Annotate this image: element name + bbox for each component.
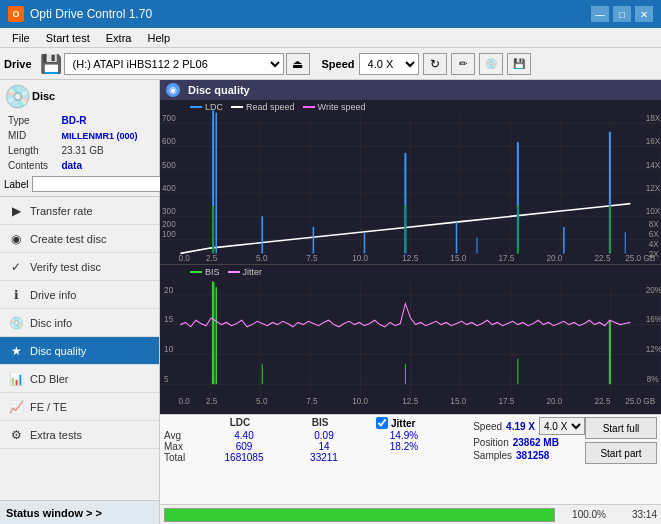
legend-jitter: Jitter <box>228 267 263 277</box>
label-input[interactable] <box>32 176 165 192</box>
cd-bler-icon: 📊 <box>8 371 24 387</box>
eject-button[interactable]: ⏏ <box>286 53 310 75</box>
svg-text:18X: 18X <box>646 113 661 123</box>
jitter-checkbox[interactable] <box>376 417 388 429</box>
cd-bler-label: CD Bler <box>30 373 69 385</box>
menu-file[interactable]: File <box>4 28 38 47</box>
chart-title-bar: ◉ Disc quality <box>160 80 661 100</box>
contents-value: data <box>59 159 153 172</box>
type-value: BD-R <box>59 114 153 127</box>
type-label: Type <box>6 114 57 127</box>
sidebar-item-transfer-rate[interactable]: ▶ Transfer rate <box>0 197 159 225</box>
save-button[interactable]: 💾 <box>507 53 531 75</box>
progress-bar <box>164 508 555 522</box>
titlebar: O Opti Drive Control 1.70 — □ ✕ <box>0 0 661 28</box>
bis-header: BIS <box>280 417 360 429</box>
sidebar-item-create-test-disc[interactable]: ◉ Create test disc <box>0 225 159 253</box>
extra-tests-label: Extra tests <box>30 429 82 441</box>
svg-text:8%: 8% <box>647 374 659 384</box>
status-window[interactable]: Status window > > <box>0 500 159 524</box>
sidebar-item-disc-quality[interactable]: ★ Disc quality <box>0 337 159 365</box>
bis-legend-dot <box>190 271 202 273</box>
avg-ldc: 4.40 <box>204 430 284 441</box>
svg-text:600: 600 <box>162 136 176 146</box>
drive-info-icon: ℹ <box>8 287 24 303</box>
jitter-header: Jitter <box>391 418 415 429</box>
menu-extra[interactable]: Extra <box>98 28 140 47</box>
avg-label: Avg <box>164 430 204 441</box>
transfer-rate-icon: ▶ <box>8 203 24 219</box>
status-window-label: Status window > > <box>6 507 102 519</box>
svg-text:2.5: 2.5 <box>206 253 218 263</box>
sidebar-item-verify-test-disc[interactable]: ✓ Verify test disc <box>0 253 159 281</box>
read-speed-legend-label: Read speed <box>246 102 295 112</box>
drive-info-label: Drive info <box>30 289 76 301</box>
svg-text:25.0 GB: 25.0 GB <box>625 253 655 263</box>
svg-text:10.0: 10.0 <box>352 396 368 406</box>
disc-info-icon: 💿 <box>8 315 24 331</box>
disc-quality-icon: ★ <box>8 343 24 359</box>
svg-text:200: 200 <box>162 219 176 229</box>
svg-text:100: 100 <box>162 229 176 239</box>
svg-text:8X: 8X <box>649 219 659 229</box>
verify-test-disc-icon: ✓ <box>8 259 24 275</box>
max-row: Max 609 14 18.2% <box>164 441 465 452</box>
fe-te-icon: 📈 <box>8 399 24 415</box>
close-button[interactable]: ✕ <box>635 6 653 22</box>
start-part-button[interactable]: Start part <box>585 442 657 464</box>
write-button[interactable]: ✏ <box>451 53 475 75</box>
sidebar-item-disc-info[interactable]: 💿 Disc info <box>0 309 159 337</box>
svg-text:25.0 GB: 25.0 GB <box>625 396 655 406</box>
total-row: Total 1681085 33211 <box>164 452 465 463</box>
disc-info-label: Disc info <box>30 317 72 329</box>
speed-result-select[interactable]: 4.0 X <box>539 417 585 435</box>
svg-text:7.5: 7.5 <box>306 396 318 406</box>
upper-chart-section: LDC Read speed Write speed <box>160 100 661 265</box>
svg-text:22.5: 22.5 <box>595 253 611 263</box>
menu-help[interactable]: Help <box>139 28 178 47</box>
drive-icon: 💾 <box>40 53 62 75</box>
sidebar-item-cd-bler[interactable]: 📊 CD Bler <box>0 365 159 393</box>
legend-ldc: LDC <box>190 102 223 112</box>
sidebar-item-drive-info[interactable]: ℹ Drive info <box>0 281 159 309</box>
app-icon: O <box>8 6 24 22</box>
minimize-button[interactable]: — <box>591 6 609 22</box>
drive-select[interactable]: (H:) ATAPI iHBS112 2 PL06 <box>64 53 284 75</box>
svg-text:500: 500 <box>162 160 176 170</box>
max-jitter: 18.2% <box>364 441 444 452</box>
create-test-disc-label: Create test disc <box>30 233 106 245</box>
length-label: Length <box>6 144 57 157</box>
disc-button[interactable]: 💿 <box>479 53 503 75</box>
maximize-button[interactable]: □ <box>613 6 631 22</box>
svg-text:10X: 10X <box>646 206 661 216</box>
speed-select[interactable]: 4.0 X <box>359 53 419 75</box>
menu-start-test[interactable]: Start test <box>38 28 98 47</box>
start-full-button[interactable]: Start full <box>585 417 657 439</box>
lower-chart-legend: BIS Jitter <box>190 267 262 277</box>
toolbar: Drive 💾 (H:) ATAPI iHBS112 2 PL06 ⏏ Spee… <box>0 48 661 80</box>
lower-chart-section: BIS Jitter <box>160 265 661 414</box>
max-label: Max <box>164 441 204 452</box>
svg-text:300: 300 <box>162 206 176 216</box>
disc-section-title: Disc <box>32 90 55 102</box>
stats-inner: LDC BIS Jitter Avg 4.40 0.09 14.9% <box>164 417 657 485</box>
upper-chart-legend: LDC Read speed Write speed <box>190 102 365 112</box>
svg-text:700: 700 <box>162 113 176 123</box>
lower-chart-svg: 20% 16% 12% 8% 20 15 10 5 0.0 2.5 5.0 7.… <box>160 265 661 414</box>
total-label: Total <box>164 452 204 463</box>
speed-row: Speed 4.19 X 4.0 X <box>473 417 585 435</box>
svg-text:20.0: 20.0 <box>546 253 562 263</box>
jitter-legend-label: Jitter <box>243 267 263 277</box>
position-label: Position <box>473 437 509 448</box>
svg-text:400: 400 <box>162 183 176 193</box>
svg-text:12.5: 12.5 <box>402 396 418 406</box>
drive-label: Drive <box>4 58 32 70</box>
svg-text:14X: 14X <box>646 160 661 170</box>
sidebar-item-extra-tests[interactable]: ⚙ Extra tests <box>0 421 159 449</box>
disc-panel: 💿 Disc Type BD-R MID MILLENMR1 (000) Len… <box>0 80 159 197</box>
max-bis: 14 <box>284 441 364 452</box>
svg-text:20: 20 <box>164 284 173 294</box>
refresh-button[interactable]: ↻ <box>423 53 447 75</box>
chart-disc-icon: ◉ <box>166 83 180 97</box>
sidebar-item-fe-te[interactable]: 📈 FE / TE <box>0 393 159 421</box>
